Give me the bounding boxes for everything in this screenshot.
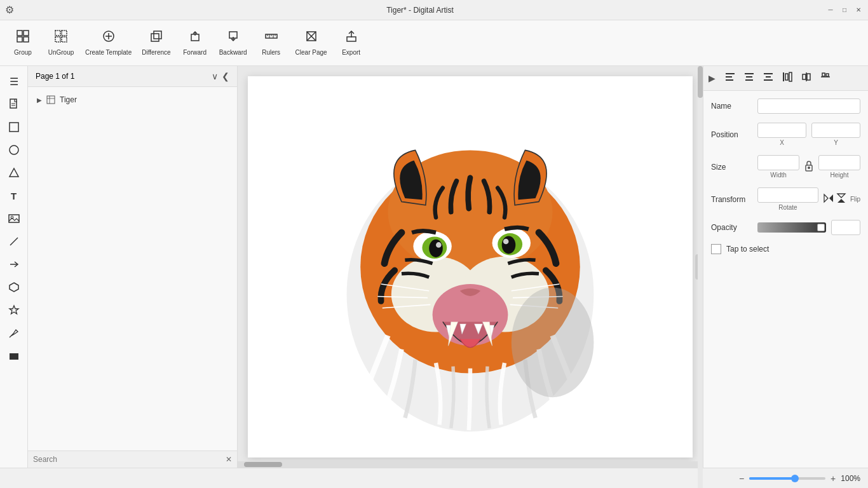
- width-label: Width: [770, 172, 787, 179]
- rotate-pair: Rotate: [757, 187, 818, 211]
- toolbar-export[interactable]: Export: [334, 24, 369, 62]
- layers-search: ✕: [28, 451, 237, 468]
- scrollbar-thumb[interactable]: [698, 66, 703, 98]
- svg-rect-72: [783, 72, 784, 81]
- page-tool[interactable]: [4, 94, 24, 114]
- size-width-input[interactable]: [757, 155, 799, 170]
- toolbar-forward[interactable]: Forward: [177, 24, 213, 62]
- toolbar-group[interactable]: Group: [5, 24, 41, 62]
- svg-rect-71: [764, 79, 773, 81]
- svg-line-33: [10, 238, 18, 245]
- titlebar-settings[interactable]: ⚙: [5, 4, 14, 16]
- clear-page-label: Clear Page: [295, 49, 327, 57]
- circle-tool[interactable]: [4, 140, 24, 160]
- right-panel-tab-align1[interactable]: [722, 70, 738, 86]
- size-height-input[interactable]: [818, 155, 860, 170]
- blackbox-tool[interactable]: [4, 346, 24, 366]
- tap-to-select-label: Tap to select: [726, 245, 769, 254]
- svg-point-55: [503, 239, 509, 245]
- titlebar: ⚙ Tiger* - Digital Artist ─ □ ✕: [0, 0, 868, 20]
- toolbar-create-template[interactable]: Create Template: [81, 24, 135, 62]
- close-button[interactable]: ✕: [854, 6, 863, 15]
- group-label: Group: [14, 49, 32, 57]
- position-section: Position X Y: [711, 123, 860, 146]
- layers-content: ▶ Tiger: [28, 87, 237, 451]
- position-row: Position X Y: [711, 123, 860, 146]
- polygon-tool[interactable]: [4, 277, 24, 297]
- toolbar-difference[interactable]: Difference: [138, 24, 174, 62]
- zoom-plus-button[interactable]: +: [831, 473, 836, 484]
- group-icon: [16, 29, 30, 46]
- backward-icon: [226, 29, 240, 46]
- difference-label: Difference: [142, 49, 170, 57]
- flip-vertical-button[interactable]: [836, 193, 846, 205]
- rotate-input[interactable]: [757, 187, 818, 203]
- right-panel-tab-align4[interactable]: [779, 70, 796, 86]
- rect-tool[interactable]: [4, 117, 24, 137]
- transform-label: Transform: [711, 195, 752, 204]
- name-row: Name: [711, 98, 860, 114]
- right-panel-tab-align6[interactable]: [817, 70, 834, 86]
- layers-collapse-button[interactable]: ∨: [212, 71, 218, 81]
- size-label: Size: [711, 163, 752, 172]
- name-input[interactable]: [757, 98, 860, 114]
- opacity-value-input[interactable]: 100%: [831, 220, 860, 235]
- search-clear-button[interactable]: ✕: [226, 455, 232, 464]
- titlebar-title: Tiger* - Digital Artist: [14, 6, 826, 15]
- svg-point-62: [512, 287, 594, 397]
- scrollbar-thumb[interactable]: [244, 462, 282, 467]
- flip-horizontal-button[interactable]: [824, 193, 834, 205]
- canvas-area[interactable]: [238, 66, 703, 468]
- create-template-icon: [102, 29, 116, 46]
- right-panel-scrollbar[interactable]: [698, 66, 703, 468]
- right-panel-tab-align5[interactable]: [798, 70, 815, 86]
- svg-rect-64: [726, 76, 732, 78]
- height-label: Height: [831, 172, 849, 179]
- tap-to-select-checkbox[interactable]: [711, 244, 721, 254]
- size-height-pair: Height: [818, 155, 860, 179]
- svg-marker-30: [10, 168, 18, 177]
- toolbar: Group UnGroup Create Template Difference…: [0, 20, 868, 66]
- toolbar-clear-page[interactable]: Clear Page: [292, 24, 331, 62]
- export-icon: [344, 29, 358, 46]
- rotate-label: Rotate: [778, 204, 797, 211]
- right-panel-tab-align2[interactable]: [741, 70, 757, 86]
- zoom-slider[interactable]: [749, 477, 825, 480]
- layers-close-button[interactable]: ❮: [222, 71, 229, 81]
- ungroup-label: UnGroup: [48, 49, 74, 57]
- layer-item-tiger[interactable]: ▶ Tiger: [33, 92, 232, 107]
- menu-button[interactable]: ☰: [4, 71, 24, 92]
- opacity-slider[interactable]: [757, 222, 826, 233]
- triangle-tool[interactable]: [4, 163, 24, 183]
- star-tool[interactable]: [4, 300, 24, 320]
- pen-tool[interactable]: [4, 323, 24, 343]
- arrow-tool[interactable]: [4, 254, 24, 274]
- minimize-button[interactable]: ─: [826, 6, 835, 15]
- forward-label: Forward: [183, 49, 207, 57]
- maximize-button[interactable]: □: [840, 6, 849, 15]
- toolbar-rulers[interactable]: Rulers: [254, 24, 289, 62]
- svg-rect-6: [55, 37, 60, 42]
- zoom-minus-button[interactable]: −: [739, 473, 744, 484]
- svg-line-37: [10, 336, 11, 337]
- position-x-input[interactable]: [757, 123, 806, 138]
- zoom-track-fill: [749, 477, 795, 480]
- layer-arrow-icon: ▶: [37, 97, 42, 104]
- svg-rect-31: [9, 215, 19, 222]
- text-tool[interactable]: T: [4, 186, 24, 206]
- opacity-label: Opacity: [711, 223, 752, 232]
- position-y-input[interactable]: [811, 123, 860, 138]
- right-panel-arrow[interactable]: ▶: [709, 73, 715, 83]
- bottom-bar: − + 100%: [0, 468, 868, 488]
- lock-aspect-button[interactable]: [804, 160, 813, 173]
- right-panel-tab-align3[interactable]: [760, 70, 776, 86]
- tiger-illustration: [270, 95, 670, 438]
- image-tool[interactable]: [4, 208, 24, 229]
- canvas-horizontal-scrollbar[interactable]: [238, 461, 703, 468]
- toolbar-backward[interactable]: Backward: [215, 24, 251, 62]
- search-input[interactable]: [33, 455, 223, 464]
- svg-point-29: [10, 146, 18, 154]
- toolbar-ungroup[interactable]: UnGroup: [43, 24, 79, 62]
- transform-row: Transform Rotate Flip: [711, 187, 860, 211]
- line-tool[interactable]: [4, 231, 24, 252]
